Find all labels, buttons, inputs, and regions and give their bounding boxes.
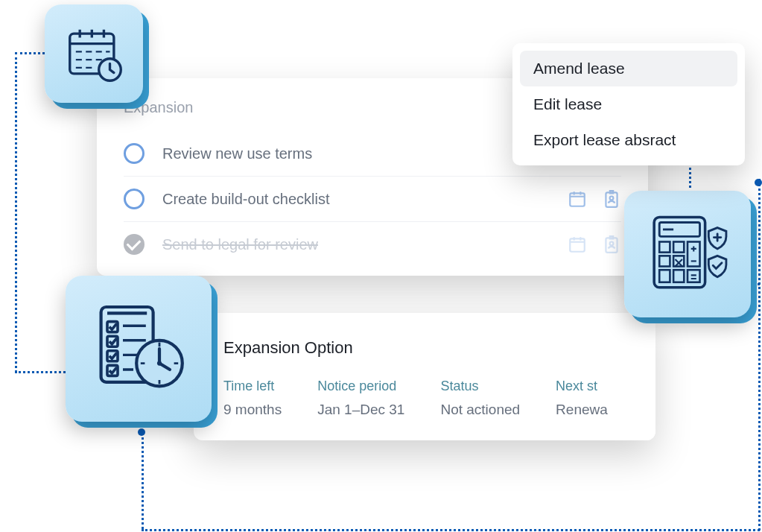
connector-line	[142, 529, 760, 531]
svg-rect-19	[688, 241, 700, 266]
task-label: Send to legal for review	[162, 236, 550, 253]
menu-item-amend-lease[interactable]: Amend lease	[520, 51, 737, 86]
option-value: 9 months	[223, 402, 282, 418]
task-meta	[568, 235, 621, 254]
option-col-time-left: Time left 9 months	[223, 379, 282, 418]
menu-item-export-abstract[interactable]: Export lease absract	[520, 122, 737, 158]
option-value: Jan 1–Dec 31	[317, 402, 404, 418]
svg-rect-22	[659, 270, 670, 282]
calculator-icon	[644, 210, 731, 298]
calendar-tile	[45, 4, 143, 103]
task-row[interactable]: Send to legal for review	[124, 222, 621, 267]
task-checkbox[interactable]	[124, 189, 145, 209]
option-col-next: Next st Renewa	[556, 379, 608, 418]
calendar-icon[interactable]	[568, 235, 587, 254]
option-grid: Time left 9 months Notice period Jan 1–D…	[223, 379, 626, 418]
option-heading: Expansion Option	[223, 338, 626, 358]
svg-rect-20	[659, 256, 670, 266]
task-checkbox[interactable]	[124, 143, 145, 164]
connector-line	[758, 179, 761, 531]
lease-actions-menu: Amend lease Edit lease Export lease absr…	[512, 43, 745, 165]
svg-rect-21	[673, 256, 684, 266]
svg-rect-24	[688, 270, 700, 282]
option-col-notice: Notice period Jan 1–Dec 31	[317, 379, 404, 418]
connector-line	[15, 52, 17, 373]
option-value: Renewa	[556, 402, 608, 418]
calendar-icon[interactable]	[568, 189, 587, 209]
svg-rect-17	[659, 241, 670, 252]
checklist-clock-icon	[86, 297, 191, 401]
svg-point-2	[610, 197, 614, 200]
option-label: Next st	[556, 379, 608, 394]
option-col-status: Status Not actioned	[440, 379, 520, 418]
svg-rect-18	[673, 241, 684, 252]
task-meta	[568, 189, 621, 209]
svg-rect-3	[570, 238, 585, 251]
svg-rect-23	[673, 270, 684, 282]
calendar-icon	[62, 22, 126, 86]
option-label: Time left	[223, 379, 282, 394]
svg-point-5	[610, 242, 614, 246]
connector-node	[755, 179, 762, 186]
option-value: Not actioned	[440, 402, 520, 418]
option-card: Expansion Option Time left 9 months Noti…	[194, 313, 655, 440]
checklist-clock-tile	[66, 276, 212, 422]
menu-item-edit-lease[interactable]: Edit lease	[520, 86, 737, 122]
svg-rect-0	[570, 193, 585, 206]
option-label: Status	[440, 379, 520, 394]
task-row[interactable]: Create build-out checklist	[124, 177, 621, 222]
task-checkbox-done[interactable]	[124, 234, 145, 255]
connector-node	[138, 428, 145, 436]
option-label: Notice period	[317, 379, 404, 394]
id-badge-icon[interactable]	[602, 235, 621, 254]
id-badge-icon[interactable]	[602, 189, 621, 209]
connector-line	[142, 432, 144, 529]
task-label: Create build-out checklist	[162, 191, 550, 208]
calculator-tile	[624, 191, 751, 317]
